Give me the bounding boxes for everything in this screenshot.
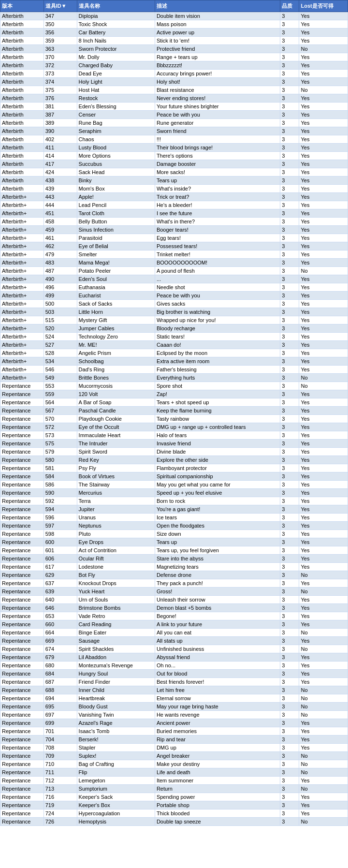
cell-7-4: 3: [280, 70, 299, 78]
column-header-5[interactable]: Lost是否可得: [299, 0, 348, 12]
cell-76-1: 669: [44, 637, 77, 645]
cell-33-0: Afterbirth+: [0, 283, 44, 292]
cell-81-2: Friend Finder: [77, 678, 155, 686]
cell-89-1: 708: [44, 744, 77, 752]
cell-93-0: Repentance: [0, 777, 44, 785]
cell-4-2: Sworn Protector: [77, 45, 155, 53]
table-row: Repentance592TerraBorn to rock3Yes: [0, 497, 348, 505]
cell-38-0: Afterbirth+: [0, 324, 44, 333]
cell-71-4: 3: [280, 596, 299, 604]
table-row: Afterbirth+479SmelterTrinket melter!3Yes: [0, 250, 348, 259]
cell-2-3: Active power up: [155, 29, 280, 37]
cell-8-4: 3: [280, 78, 299, 86]
cell-47-4: 3: [280, 398, 299, 407]
cell-36-3: Big brother is watching: [155, 308, 280, 316]
cell-48-4: 3: [280, 407, 299, 415]
cell-43-2: Dad's Ring: [77, 366, 155, 374]
cell-94-4: 3: [280, 785, 299, 793]
cell-60-0: Repentance: [0, 505, 44, 514]
cell-34-2: Eucharist: [77, 292, 155, 300]
cell-81-4: 3: [280, 678, 299, 686]
cell-70-1: 639: [44, 588, 77, 596]
cell-9-0: Afterbirth: [0, 86, 44, 94]
cell-69-2: Knockout Drops: [77, 579, 155, 588]
cell-11-2: Eden's Blessing: [77, 103, 155, 111]
cell-43-1: 546: [44, 366, 77, 374]
cell-88-0: Repentance: [0, 736, 44, 744]
cell-42-0: Afterbirth+: [0, 357, 44, 366]
cell-92-5: No: [299, 768, 348, 777]
cell-73-4: 3: [280, 612, 299, 620]
cell-98-2: Hemoptysis: [77, 818, 155, 826]
cell-33-2: Euthanasia: [77, 283, 155, 292]
table-row: Repentance680Montezuma's RevengeOh no...…: [0, 662, 348, 670]
cell-30-2: Mama Mega!: [77, 259, 155, 267]
cell-84-5: No: [299, 703, 348, 711]
cell-92-1: 711: [44, 768, 77, 777]
cell-35-2: Sack of Sacks: [77, 300, 155, 308]
cell-41-4: 3: [280, 349, 299, 357]
cell-14-4: 3: [280, 127, 299, 135]
table-row: Repentance567Paschal CandleKeep the flam…: [0, 407, 348, 415]
cell-82-5: No: [299, 686, 348, 694]
cell-43-4: 3: [280, 366, 299, 374]
cell-74-2: Card Reading: [77, 620, 155, 629]
cell-67-5: Yes: [299, 563, 348, 571]
table-row: Repentance596UranusIce tears3Yes: [0, 514, 348, 522]
cell-24-5: Yes: [299, 209, 348, 218]
table-row: Afterbirth+520Jumper CablesBloody rechar…: [0, 324, 348, 333]
cell-68-0: Repentance: [0, 571, 44, 579]
cell-35-5: Yes: [299, 300, 348, 308]
cell-15-4: 3: [280, 135, 299, 144]
cell-39-1: 524: [44, 333, 77, 341]
cell-7-3: Accuracy brings power!: [155, 70, 280, 78]
cell-4-1: 363: [44, 45, 77, 53]
cell-46-3: Zap!: [155, 390, 280, 398]
table-row: Repentance711FlipLife and death3No: [0, 768, 348, 777]
cell-40-5: Yes: [299, 341, 348, 349]
column-header-3[interactable]: 描述: [155, 0, 280, 12]
cell-12-3: Peace be with you: [155, 111, 280, 119]
cell-30-0: Afterbirth+: [0, 259, 44, 267]
cell-19-2: Sack Head: [77, 168, 155, 177]
column-header-2[interactable]: 道具名称: [77, 0, 155, 12]
cell-6-2: Charged Baby: [77, 61, 155, 70]
table-row: Repentance704Berserk!Rip and tear3Yes: [0, 736, 348, 744]
cell-20-3: Tears up: [155, 177, 280, 185]
cell-77-5: No: [299, 645, 348, 653]
column-header-1[interactable]: 道具ID▼: [44, 0, 77, 12]
cell-61-5: Yes: [299, 514, 348, 522]
cell-16-1: 411: [44, 144, 77, 152]
cell-53-0: Repentance: [0, 448, 44, 456]
cell-27-5: Yes: [299, 234, 348, 242]
table-row: Afterbirth372Charged BabyBbbzzzzzt!3Yes: [0, 61, 348, 70]
cell-25-4: 3: [280, 218, 299, 226]
column-header-4[interactable]: 品质: [280, 0, 299, 12]
cell-15-5: Yes: [299, 135, 348, 144]
cell-83-0: Repentance: [0, 694, 44, 703]
cell-35-3: Gives sacks: [155, 300, 280, 308]
cell-12-2: Censer: [77, 111, 155, 119]
cell-26-3: Booger tears!: [155, 226, 280, 234]
cell-97-5: Yes: [299, 809, 348, 818]
cell-39-4: 3: [280, 333, 299, 341]
cell-69-3: They pack a punch!: [155, 579, 280, 588]
column-header-0[interactable]: 版本: [0, 0, 44, 12]
cell-62-1: 597: [44, 522, 77, 530]
cell-60-2: Jupiter: [77, 505, 155, 514]
cell-31-2: Potato Peeler: [77, 267, 155, 275]
cell-58-0: Repentance: [0, 489, 44, 497]
cell-77-2: Spirit Shackles: [77, 645, 155, 653]
cell-6-4: 3: [280, 61, 299, 70]
cell-48-1: 567: [44, 407, 77, 415]
table-row: Repentance716Keeper's SackSpending power…: [0, 793, 348, 801]
cell-73-5: Yes: [299, 612, 348, 620]
cell-66-2: Ocular Rift: [77, 555, 155, 563]
table-row: Repentance719Keeper's BoxPortable shop3Y…: [0, 801, 348, 809]
table-row: Afterbirth370Mr. DollyRange + tears up3Y…: [0, 53, 348, 61]
cell-82-1: 688: [44, 686, 77, 694]
cell-64-2: Eye Drops: [77, 538, 155, 546]
cell-36-1: 503: [44, 308, 77, 316]
table-row: Afterbirth350Toxic ShockMass poison3Yes: [0, 20, 348, 29]
cell-69-0: Repentance: [0, 579, 44, 588]
